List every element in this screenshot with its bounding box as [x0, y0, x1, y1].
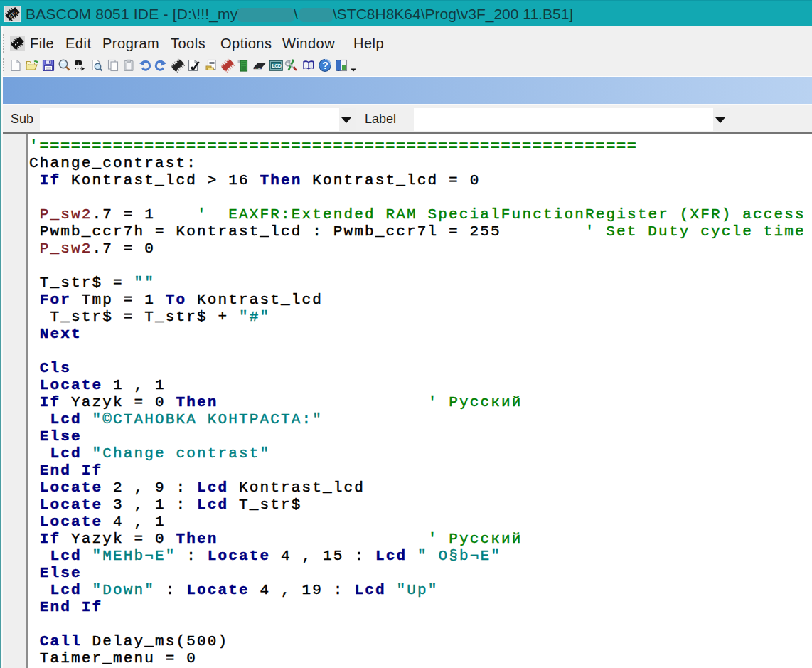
- svg-text:?: ?: [322, 60, 328, 71]
- svg-text:LCD: LCD: [272, 63, 282, 68]
